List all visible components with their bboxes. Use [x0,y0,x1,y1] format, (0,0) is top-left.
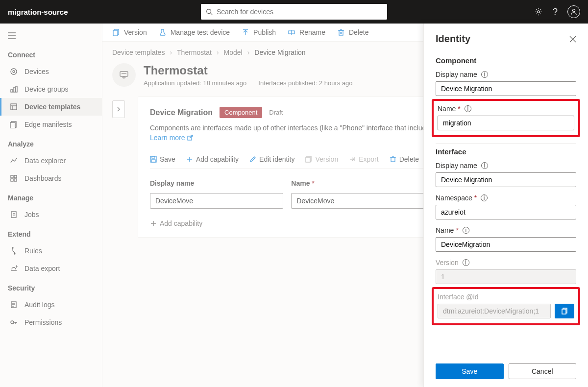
sidebar-item-data-explorer[interactable]: Data explorer [0,152,102,169]
svg-rect-20 [14,179,17,181]
toolbar-label: Delete [349,28,368,36]
updated-meta: Application updated: 18 minutes ago [144,79,246,87]
sidebar-item-device-templates[interactable]: Device templates [0,98,102,116]
top-header: migration-source ? [0,0,588,24]
info-icon[interactable]: i [481,162,488,169]
toolbar-label: Add capability [196,155,239,163]
display-name-input[interactable] [150,193,283,209]
interface-section-title: Interface [436,147,576,156]
version-button-disabled: Version [305,155,338,163]
hamburger-icon[interactable] [0,27,102,44]
toolbar-label: Save [160,155,175,163]
svg-rect-16 [10,122,15,128]
search-box[interactable] [201,4,387,20]
sidebar-item-edge-manifests[interactable]: Edge manifests [0,116,102,133]
avatar[interactable] [567,5,580,18]
toolbar-label: Publish [253,28,276,36]
save-button[interactable]: Save [436,363,504,379]
rename-icon [288,28,295,36]
delete-icon [390,156,396,163]
info-icon[interactable]: i [481,194,488,201]
svg-point-0 [207,9,211,14]
sidebar-item-dashboards[interactable]: Dashboards [0,169,102,187]
svg-point-7 [11,69,17,74]
settings-icon[interactable] [534,7,543,16]
info-icon[interactable]: i [481,71,488,78]
svg-line-51 [190,135,193,138]
toolbar-label: Delete [399,155,419,163]
publish-button[interactable]: Publish [242,28,276,36]
sidebar-item-rules[interactable]: Rules [0,242,102,260]
card-delete-button[interactable]: Delete [390,155,419,163]
rename-button[interactable]: Rename [288,28,325,36]
external-link-icon [187,135,193,141]
search-input[interactable] [217,8,382,16]
interface-id-input [438,304,551,318]
manage-test-device-button[interactable]: Manage test device [159,28,230,36]
version-label: Version i [436,259,576,266]
component-display-name-input[interactable] [436,81,576,96]
edit-identity-button[interactable]: Edit identity [249,155,294,163]
devices-icon [10,68,18,75]
export-icon [349,156,356,163]
svg-point-2 [538,11,540,13]
sidebar-item-audit-logs[interactable]: Audit logs [0,296,102,314]
delete-icon [337,28,345,36]
version-icon [112,28,120,36]
interface-name-label: Name * i [436,226,576,234]
help-icon[interactable]: ? [553,7,558,17]
rules-icon [10,247,18,255]
namespace-input[interactable] [436,205,576,219]
flyout-title: Identity [436,33,470,45]
learn-more-label: Learn more [150,134,185,142]
info-icon[interactable]: i [463,227,469,234]
interface-id-label: Interface @id [438,293,574,301]
interface-display-name-label: Display namei [436,162,576,169]
device-groups-icon [10,85,18,93]
component-display-name-label: Display namei [436,71,576,78]
delete-button[interactable]: Delete [337,28,368,36]
sidebar-item-data-export[interactable]: Data export [0,260,102,277]
page-title: Thermostat [144,64,353,77]
name-input[interactable] [291,193,424,209]
export-button-disabled: Export [349,155,378,163]
toolbar-label: Manage test device [171,28,230,36]
sidebar-item-permissions[interactable]: Permissions [0,314,102,331]
svg-rect-58 [306,157,310,162]
svg-rect-47 [120,72,128,76]
sidebar-section-connect: Connect [0,44,102,63]
edit-icon [249,156,256,163]
breadcrumb-item[interactable]: Model [224,48,243,56]
add-capability-button[interactable]: Add capability [186,155,239,163]
component-name-input[interactable] [438,116,574,130]
sidebar-item-label: Rules [24,247,42,255]
info-icon[interactable]: i [463,259,469,266]
info-icon[interactable]: i [465,105,471,112]
sidebar-item-label: Data export [24,265,60,272]
interface-name-input[interactable] [436,237,576,252]
close-icon[interactable] [569,36,576,43]
interface-display-name-input[interactable] [436,172,576,187]
data-explorer-icon [10,157,18,165]
svg-rect-17 [11,175,13,178]
sidebar-item-devices[interactable]: Devices [0,63,102,80]
copy-button[interactable] [555,304,574,318]
svg-rect-11 [16,86,17,92]
published-meta: Interfaces published: 2 hours ago [258,79,352,87]
identity-flyout: Identity Component Display namei Name * … [423,24,588,387]
breadcrumb-item[interactable]: Device templates [112,48,165,56]
sidebar-item-jobs[interactable]: Jobs [0,206,102,223]
learn-more-link[interactable]: Learn more [150,134,193,142]
col-display-name: Display name [150,179,283,187]
save-button[interactable]: Save [150,155,175,163]
breadcrumb-current: Device Migration [254,48,305,56]
version-button[interactable]: Version [112,28,147,36]
svg-rect-10 [13,88,15,92]
sidebar-item-device-groups[interactable]: Device groups [0,80,102,98]
save-icon [150,156,157,163]
svg-point-31 [11,321,14,324]
breadcrumb-item[interactable]: Thermostat [177,48,212,56]
cancel-button[interactable]: Cancel [509,363,577,379]
sidebar-item-label: Permissions [24,318,62,326]
expand-handle[interactable] [112,100,125,118]
